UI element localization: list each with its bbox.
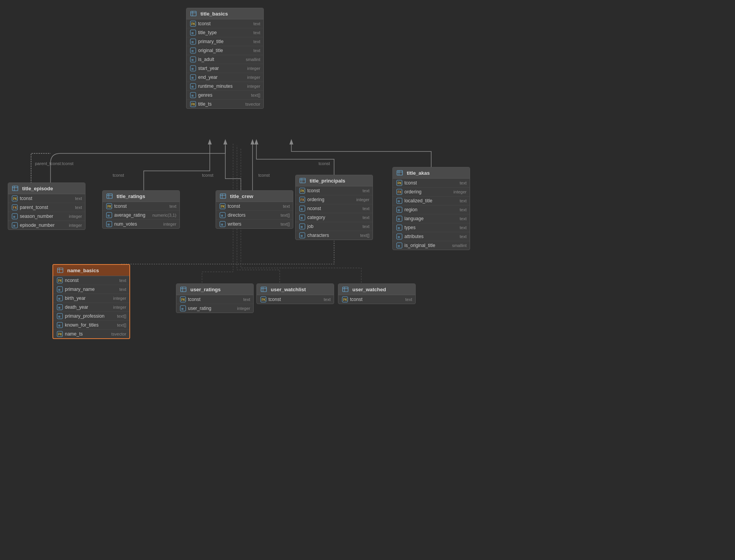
table-row-user_watched-0: PKtconsttext [338, 295, 415, 304]
col-type-user_watchlist-0: text [324, 297, 331, 302]
col-name-title_principals-4: job [307, 224, 361, 229]
table-row-user_ratings-1: ⊞user_ratinginteger [176, 304, 253, 313]
col-name-title_basics-8: genres [198, 92, 249, 98]
col-type-title_akas-0: text [460, 181, 467, 185]
col-name-user_ratings-1: user_rating [188, 306, 235, 311]
col-type-title_episode-3: integer [69, 223, 82, 228]
col-type-title_basics-5: integer [247, 66, 260, 71]
table-row-title_crew-2: ⊞writerstext[] [216, 220, 293, 228]
col-icon-title_basics-9: PK [190, 101, 197, 107]
col-type-title_basics-1: text [253, 30, 260, 35]
svg-marker-4 [289, 139, 293, 144]
col-icon-user_watchlist-0: PK [260, 296, 267, 303]
col-type-title_basics-3: text [253, 48, 260, 53]
col-type-title_akas-1: integer [453, 190, 467, 194]
col-name-title_akas-0: tconst [404, 180, 458, 186]
col-type-title_episode-1: text [75, 205, 82, 210]
svg-rect-120 [343, 287, 348, 292]
col-name-title_basics-6: end_year [198, 75, 246, 80]
svg-text:⊞: ⊞ [398, 217, 400, 221]
col-icon-title_akas-6: ⊞ [396, 233, 403, 240]
col-icon-title_akas-7: ⊞ [396, 242, 403, 249]
table-row-title_principals-1: FKorderinginteger [296, 195, 373, 204]
svg-text:PK: PK [191, 22, 195, 26]
svg-text:PK: PK [13, 197, 17, 201]
svg-text:⊞: ⊞ [192, 94, 193, 97]
col-icon-name_basics-2: ⊞ [56, 295, 63, 301]
svg-text:⊞: ⊞ [58, 315, 60, 318]
col-type-title_basics-6: integer [247, 75, 260, 80]
col-name-user_watchlist-0: tconst [268, 297, 322, 302]
col-icon-title_akas-4: ⊞ [396, 216, 403, 222]
col-icon-title_episode-0: PK [11, 195, 18, 202]
col-name-title_akas-6: attributes [404, 234, 458, 239]
col-type-name_basics-5: text[] [117, 323, 126, 327]
col-type-title_basics-4: smallint [246, 57, 260, 62]
table-header-title_crew: title_crew [216, 191, 293, 202]
svg-text:⊞: ⊞ [301, 225, 303, 229]
svg-text:⊞: ⊞ [13, 215, 15, 219]
svg-text:⊞: ⊞ [301, 207, 303, 211]
col-icon-title_akas-1: FK [396, 189, 403, 195]
table-row-title_principals-4: ⊞jobtext [296, 222, 373, 231]
col-name-title_basics-9: title_ts [198, 101, 244, 107]
svg-text:FK: FK [300, 198, 305, 202]
svg-text:⊞: ⊞ [108, 214, 110, 217]
table-title-title_akas: title_akas [407, 170, 430, 176]
table-header-title_basics: title_basics [186, 8, 263, 19]
svg-text:⊞: ⊞ [192, 31, 193, 35]
svg-text:⊞: ⊞ [58, 306, 60, 310]
svg-text:PK: PK [181, 298, 185, 302]
col-type-user_ratings-0: text [243, 297, 250, 302]
svg-rect-39 [107, 194, 112, 198]
table-title_basics: title_basicsPKtconsttext⊞title_typetext⊞… [186, 8, 264, 109]
col-type-title_ratings-0: text [169, 204, 176, 209]
table-row-title_principals-0: PKtconsttext [296, 186, 373, 195]
table-row-title_akas-6: ⊞attributestext [393, 232, 470, 241]
table-title-title_crew: title_crew [230, 193, 253, 199]
label-crew-tconst: tconst [202, 173, 213, 177]
col-name-title_ratings-0: tconst [114, 203, 168, 209]
table-title-user_watched: user_watched [352, 287, 386, 292]
svg-text:⊞: ⊞ [192, 85, 193, 89]
col-type-title_basics-0: text [253, 21, 260, 26]
col-name-title_principals-5: characters [307, 233, 359, 238]
col-type-title_principals-3: text [362, 215, 369, 220]
col-icon-title_principals-1: FK [299, 197, 306, 203]
table-header-title_episode: title_episode [8, 183, 85, 194]
svg-text:⊞: ⊞ [181, 307, 183, 311]
col-name-title_basics-5: start_year [198, 66, 246, 71]
col-icon-title_akas-0: PK [396, 180, 403, 186]
svg-text:PK: PK [300, 189, 305, 193]
table-title-user_ratings: user_ratings [190, 287, 221, 292]
svg-marker-0 [223, 139, 227, 144]
col-type-name_basics-4: text[] [117, 314, 126, 318]
col-name-title_akas-1: ordering [404, 189, 452, 195]
table-header-name_basics: name_basics [53, 265, 129, 276]
col-type-title_basics-2: text [253, 39, 260, 44]
col-icon-title_principals-2: ⊞ [299, 205, 306, 212]
table-row-title_basics-3: ⊞original_titletext [186, 46, 263, 55]
table-row-title_episode-1: FKparent_tconsttext [8, 203, 85, 212]
col-name-title_crew-2: writers [228, 221, 279, 227]
col-icon-title_crew-0: PK [219, 203, 226, 209]
col-type-title_episode-2: integer [69, 214, 82, 219]
table-row-title_principals-3: ⊞categorytext [296, 213, 373, 222]
table-row-title_basics-9: PKtitle_tstsvector [186, 100, 263, 108]
col-icon-title_basics-6: ⊞ [190, 74, 197, 80]
table-header-title_akas: title_akas [393, 167, 470, 179]
svg-rect-48 [220, 194, 226, 198]
table-row-title_ratings-2: ⊞num_votesinteger [103, 220, 179, 228]
table-title_ratings: title_ratingsPKtconsttext⊞average_rating… [102, 190, 180, 229]
table-row-title_basics-8: ⊞genrestext[] [186, 91, 263, 100]
col-icon-title_akas-2: ⊞ [396, 198, 403, 204]
svg-text:PK: PK [191, 103, 195, 106]
table-row-title_basics-1: ⊞title_typetext [186, 28, 263, 37]
label-ratings-tconst: tconst [113, 173, 124, 177]
svg-text:PK: PK [221, 205, 225, 209]
table-title_crew: title_crewPKtconsttext⊞directorstext[]⊞w… [216, 190, 293, 229]
table-title-title_episode: title_episode [22, 186, 53, 191]
col-icon-title_basics-4: ⊞ [190, 56, 197, 63]
table-row-title_ratings-1: ⊞average_ratingnumeric(3,1) [103, 211, 179, 220]
col-type-title_principals-2: text [362, 206, 369, 211]
